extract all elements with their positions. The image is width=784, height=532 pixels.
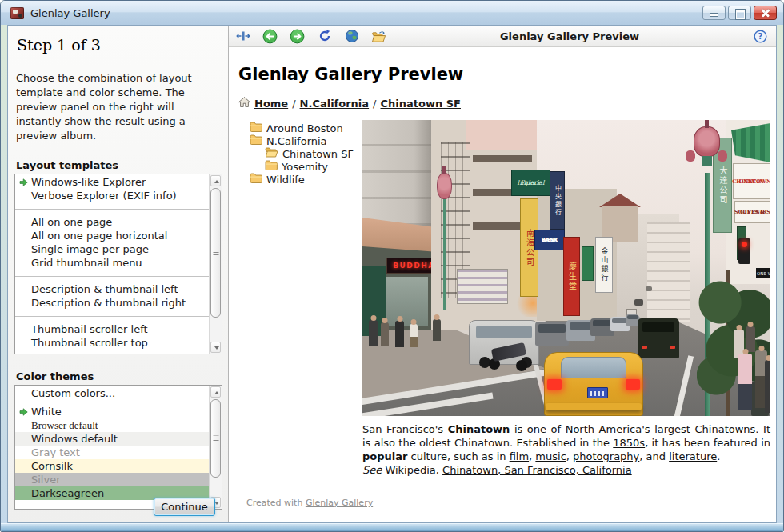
maximize-button[interactable] [728, 6, 751, 20]
scroll-thumb[interactable] [210, 188, 221, 318]
layout-template-label: All on one page horizontal [31, 230, 167, 242]
shop-sign-boards [457, 269, 508, 304]
description-text: , and [639, 450, 669, 462]
layout-scrollbar[interactable] [209, 174, 222, 354]
color-themes-label: Color themes [16, 370, 228, 382]
list-separator [15, 400, 209, 405]
layout-template-option[interactable]: Thumbnail scroller left [15, 322, 209, 336]
breadcrumb-link[interactable]: N.California [300, 98, 370, 110]
color-theme-option[interactable]: Gray text [15, 446, 209, 459]
layout-template-option[interactable]: Description & thumbnail right [15, 296, 209, 310]
layout-template-label: Verbose Explorer (EXIF info) [31, 190, 177, 202]
tree-item[interactable]: Wildlife [238, 173, 362, 186]
parked-car [535, 322, 569, 346]
color-theme-option[interactable]: Custom colors... [15, 386, 209, 400]
preview-toolbar: Glenlay Gallery Preview ? [229, 26, 776, 47]
tree-item[interactable]: Chinatown SF [238, 147, 362, 160]
layout-template-option[interactable]: Description & thumbnail left [15, 282, 209, 296]
color-theme-option[interactable]: White [15, 405, 209, 418]
only-in-chinatown-sign: ONLY IN CHINATOWN INC. [733, 163, 770, 199]
layout-template-option[interactable]: All on one page [15, 215, 209, 229]
folder-icon [250, 134, 262, 147]
breadcrumb-link[interactable]: Chinatown SF [381, 98, 461, 110]
back-icon[interactable] [262, 29, 278, 43]
color-theme-label: White [31, 406, 62, 418]
description-link[interactable]: San Francisco [362, 423, 435, 435]
color-theme-option[interactable]: Browser default [15, 418, 209, 432]
pink-building-top [466, 120, 537, 150]
layout-template-label: Single image per page [31, 243, 149, 255]
lantern [694, 126, 720, 157]
toolbar-title: Glenlay Gallery Preview [398, 30, 741, 42]
layout-template-option[interactable]: Single image per page [15, 242, 209, 256]
tree-item[interactable]: N.California [238, 134, 362, 147]
close-button[interactable] [754, 6, 777, 20]
layout-template-option[interactable]: Verbose Explorer (EXIF info) [15, 189, 209, 202]
layout-template-label: Windows-like Explorer [31, 176, 146, 188]
taxi-bumper [546, 403, 642, 410]
open-folder-icon[interactable] [371, 29, 386, 43]
storefront-window [386, 277, 428, 326]
step-description: Choose the combination of layout templat… [16, 71, 220, 143]
tree-item-label: N.California [266, 135, 327, 147]
app-window: Glenlay Gallery Step 1 of 3 Choose the c… [0, 0, 784, 532]
layout-template-option[interactable]: All on one page horizontal [15, 229, 209, 242]
distant-buildings [647, 222, 690, 322]
sign-text: 中央銀行 [554, 185, 561, 217]
photo-description: San Francisco's Chinatown is one of Nort… [362, 422, 770, 463]
splitter-icon[interactable] [235, 29, 250, 43]
lamp-collar [702, 156, 712, 166]
description-text: Wikipedia, [382, 464, 442, 476]
color-theme-label: Custom colors... [31, 387, 115, 399]
tree-item-label: Wildlife [266, 174, 305, 186]
created-with-footer: Created with Glenlay Gallery [246, 498, 768, 508]
sign-text: 金山銀行 [601, 247, 608, 282]
red-vertical-sign: 慶生堂 [563, 237, 580, 316]
description-link[interactable]: Chinatown, San Francisco, California [442, 464, 632, 476]
refresh-icon[interactable] [317, 29, 332, 43]
color-theme-option[interactable]: Silver [15, 473, 209, 486]
pedestrian [395, 321, 404, 347]
description-text: , it has been featured in [645, 437, 770, 449]
app-body: Step 1 of 3 Choose the combination of la… [7, 25, 777, 523]
scroll-thumb[interactable] [210, 399, 221, 478]
description-link[interactable]: film [510, 450, 529, 462]
tree-item[interactable]: Yosemity [238, 160, 362, 173]
folder-open-icon [265, 147, 278, 160]
forward-icon[interactable] [290, 29, 305, 43]
minimize-button[interactable] [702, 6, 726, 20]
tree-item-label: Chinatown SF [282, 148, 354, 160]
color-theme-label: Silver [31, 474, 61, 486]
color-theme-option[interactable]: Windows default [15, 432, 209, 446]
dark-suv [638, 318, 679, 358]
description-link[interactable]: literature [669, 450, 717, 462]
pedestrian [738, 354, 752, 410]
globe-icon[interactable] [344, 29, 359, 43]
bank-of-the-west-sign: BANK of the WEST [534, 230, 565, 250]
help-icon[interactable]: ? [753, 29, 768, 43]
pedestrian [381, 322, 389, 346]
layout-template-option[interactable]: Thumbnail scroller top [15, 336, 209, 350]
scroll-up-arrow[interactable] [210, 175, 221, 186]
scroll-up-arrow[interactable] [210, 386, 221, 398]
breadcrumb-link[interactable]: Home [254, 98, 288, 110]
tree-item[interactable]: Around Boston [238, 122, 362, 134]
glenlay-gallery-link[interactable]: Glenlay Gallery [306, 498, 373, 508]
window-controls [702, 6, 777, 20]
continue-button[interactable]: Continue [154, 498, 215, 516]
balcony [473, 155, 532, 162]
layout-template-option[interactable]: Windows-like Explorer [15, 175, 209, 189]
description-link[interactable]: music [535, 450, 566, 462]
description-link[interactable]: North America [566, 423, 642, 435]
parked-motorcycle [484, 341, 534, 371]
layout-templates-rows: Windows-like ExplorerVerbose Explorer (E… [15, 175, 209, 354]
layout-template-option[interactable]: Grid thumbnail menu [15, 256, 209, 270]
description-link[interactable]: 1850s [613, 437, 645, 449]
selected-arrow-icon [19, 408, 31, 416]
color-scrollbar[interactable] [209, 386, 222, 509]
description-link[interactable]: photography [573, 450, 639, 462]
description-link[interactable]: Chinatowns [695, 423, 756, 435]
traffic-light [738, 238, 750, 264]
scroll-down-arrow[interactable] [210, 342, 221, 353]
color-theme-option[interactable]: Cornsilk [15, 459, 209, 473]
